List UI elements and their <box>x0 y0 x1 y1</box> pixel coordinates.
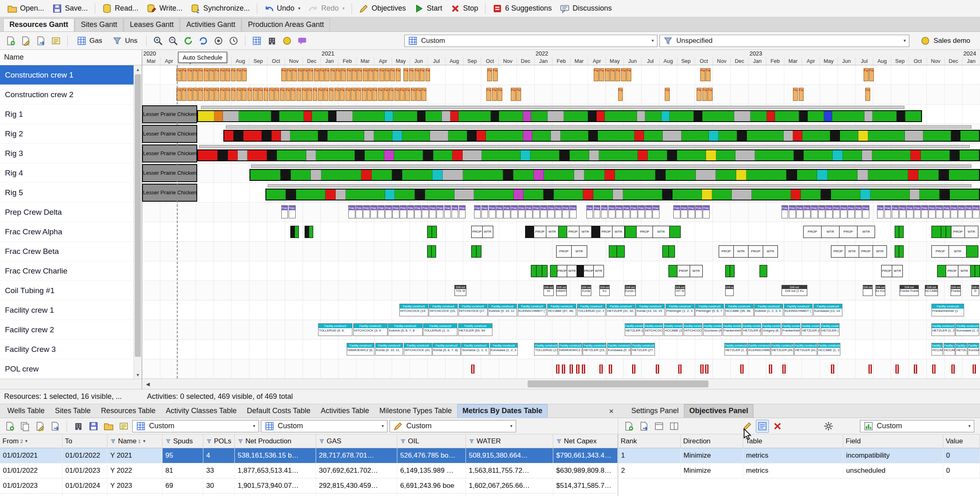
coil-tubing-bar[interactable]: Drill outKorda Gre <box>625 285 636 296</box>
facility-construction-bar[interactable]: Facility constructiHETZLER (1, 2, 3 <box>931 323 955 336</box>
coil-tubing-bar[interactable]: Drill outKorda <box>581 285 591 296</box>
cell[interactable]: 28,717,678.701… <box>316 448 397 463</box>
table-view-combo-1[interactable]: Custom▾ <box>132 420 259 432</box>
facility-construction-bar[interactable]: Facility constructiHCCABE (1, 2, 3, <box>817 343 840 356</box>
frac-activity-group[interactable] <box>895 245 904 258</box>
pad-activity-bar[interactable]: Pad <box>799 88 804 101</box>
cell[interactable]: 0 <box>943 448 980 463</box>
column-header-from[interactable]: From2▾ <box>0 434 62 448</box>
tab-sites-table[interactable]: Sites Table <box>50 405 96 418</box>
pol-milestone-tick[interactable] <box>895 365 899 374</box>
pad-activity-bar[interactable]: Pad <box>187 88 192 101</box>
column-header-name[interactable]: Name1▾ <box>107 434 163 448</box>
pad-activity-bar[interactable]: Pad <box>372 88 377 101</box>
pad-activity-bar[interactable]: Pad <box>314 68 319 81</box>
resource-item-prep-crew-delta[interactable]: Prep Crew Delta <box>0 202 134 222</box>
doc-edit-button[interactable] <box>19 34 32 47</box>
facility-construction-bar[interactable]: Facility constructiPreminger (1, 2, 3 <box>666 304 695 316</box>
cell[interactable]: Y 2023 <box>107 478 163 493</box>
frac-prep-bar[interactable]: Frac pre <box>623 205 630 218</box>
frac-prep-bar[interactable]: Frac pre <box>533 205 540 218</box>
building-button[interactable] <box>265 34 278 47</box>
pol-milestone-tick[interactable] <box>951 365 955 374</box>
cell[interactable]: 538,161,536.15 b… <box>235 448 316 463</box>
frac-prep-bar[interactable]: Frac pre <box>703 205 710 218</box>
coil-tubing-bar[interactable]: Drill outHIT M <box>675 285 685 296</box>
cell[interactable]: 95 <box>163 448 203 463</box>
building-button[interactable] <box>72 420 85 433</box>
facility-construction-bar[interactable]: Facility constructiKurosawa (1, 2, 3 <box>490 343 518 356</box>
rig-schedule-bar[interactable] <box>197 149 980 161</box>
pad-activity-bar[interactable]: Pad <box>385 68 390 81</box>
tab-activities-gantt[interactable]: Activities Gantt <box>180 18 241 31</box>
cell[interactable]: 4 <box>203 448 235 463</box>
cell[interactable]: 01/01/2023 <box>62 463 107 478</box>
coil-tubing-bar[interactable]: Drill outHCCABE ( HCCA <box>925 285 938 296</box>
horizontal-scrollbar-thumb[interactable] <box>528 380 708 387</box>
column-header-gas[interactable]: GAS <box>316 434 397 448</box>
rig-schedule-bar[interactable] <box>265 189 980 200</box>
frac-prep-bar[interactable]: Frac pre <box>811 205 818 218</box>
pad-activity-bar[interactable]: Pad <box>697 88 702 101</box>
frac-prep-bar[interactable]: Frac pre <box>782 205 788 218</box>
pol-milestone-tick[interactable] <box>562 365 565 374</box>
pad-activity-bar[interactable]: Pad <box>220 88 225 101</box>
tab-activities-table[interactable]: Activities Table <box>316 405 374 418</box>
table-view-combo-3[interactable]: Custom▾ <box>390 420 516 432</box>
frac-prep-bar[interactable]: Frac pre <box>481 205 488 218</box>
cell[interactable]: 1,877,653,513.41… <box>235 463 316 478</box>
coil-tubing-bar[interactable]: Drill outTOL M <box>454 285 466 296</box>
doc-new-button[interactable] <box>4 34 17 47</box>
facility-construction-bar[interactable]: Facility constructiHITCHCOCK (27, <box>459 304 488 316</box>
frac-activity-group[interactable]: PROPWTRPROPWTR <box>550 265 604 277</box>
facility-construction-bar[interactable]: Facility constructiTOLLERUD (1, 3, <box>423 323 457 336</box>
panel-button[interactable] <box>653 420 666 433</box>
start-button[interactable]: Start <box>410 2 446 15</box>
tab-settings-panel[interactable]: Settings Panel <box>626 405 684 418</box>
facility-construction-bar[interactable]: Facility constructiKurosawa (13, 14 <box>813 304 842 316</box>
frac-prep-bar[interactable]: Frac pre <box>921 205 928 218</box>
pad-activity-bar[interactable]: Pad <box>383 88 388 101</box>
facility-construction-bar[interactable]: Facility constructiKurosawa (5, 6, 7 <box>968 343 979 356</box>
pad-activity-bar[interactable]: Pad <box>264 88 269 101</box>
frac-prep-bar[interactable]: Frac pre <box>804 205 811 218</box>
frac-prep-bar[interactable]: Frac pre <box>474 205 481 218</box>
resource-item-construction-crew-2[interactable]: Construction crew 2 <box>0 85 134 105</box>
grid-blue-button[interactable] <box>250 34 263 47</box>
frac-prep-bar[interactable]: Frac pre <box>826 205 833 218</box>
frac-prep-bar[interactable]: Frac pre <box>400 205 407 218</box>
facility-construction-bar[interactable]: Facility constructiPreminger (5, 6, 7 <box>695 304 724 316</box>
facility-construction-bar[interactable]: Facility constructiHCCABE (35, 36, <box>725 304 754 316</box>
pad-activity-bar[interactable]: Pad <box>287 68 292 81</box>
frac-prep-bar[interactable]: Frac pre <box>540 205 547 218</box>
pad-activity-bar[interactable]: Pad <box>236 68 241 81</box>
frac-prep-bar[interactable]: Frac pre <box>965 205 972 218</box>
pad-activity-bar[interactable]: Pad <box>497 88 502 101</box>
frac-prep-bar[interactable]: Frac pre <box>385 205 392 218</box>
resource-item-rig-2[interactable]: Rig 2 <box>0 124 134 144</box>
frac-activity-group[interactable]: PROPWTR <box>471 226 493 238</box>
frac-prep-bar[interactable]: Frac pre <box>681 205 688 218</box>
facility-construction-bar[interactable]: Facility constructiHETZLER (61, 62, <box>801 323 820 336</box>
disk-button[interactable] <box>87 420 100 433</box>
frac-prep-bar[interactable]: Frac pre <box>892 205 899 218</box>
resource-item-construction-crew-1[interactable]: Construction crew 1 <box>0 65 134 85</box>
frac-activity-group[interactable]: PROPWTR <box>881 265 903 277</box>
gear-button[interactable] <box>822 420 835 433</box>
frac-activity-group[interactable]: PROPWTR <box>668 265 703 277</box>
pol-milestone-tick[interactable] <box>609 365 612 374</box>
cell[interactable]: 01/01/2024 <box>62 478 107 493</box>
pad-activity-bar[interactable]: Pad <box>340 88 345 101</box>
pad-activity-bar[interactable]: Pad <box>357 68 362 81</box>
pad-activity-bar[interactable]: Pad <box>374 68 379 81</box>
pad-activity-bar[interactable]: Pad <box>292 68 297 81</box>
column-header-spuds[interactable]: Spuds <box>163 434 203 448</box>
column-header-field[interactable]: Field <box>843 434 943 448</box>
circle-yellow-button[interactable] <box>281 34 294 47</box>
facility-construction-bar[interactable]: Facility constructiKLEINSCHMIDT ( <box>784 304 813 316</box>
frac-prep-bar[interactable]: Frac pre <box>363 205 370 218</box>
objectives-view-combo[interactable]: Custom▾ <box>860 420 974 432</box>
redo-button[interactable]: Redo▾ <box>304 2 349 15</box>
frac-activity-group[interactable]: PROPWTR <box>556 245 587 258</box>
pad-activity-bar[interactable]: Pad <box>390 68 395 81</box>
